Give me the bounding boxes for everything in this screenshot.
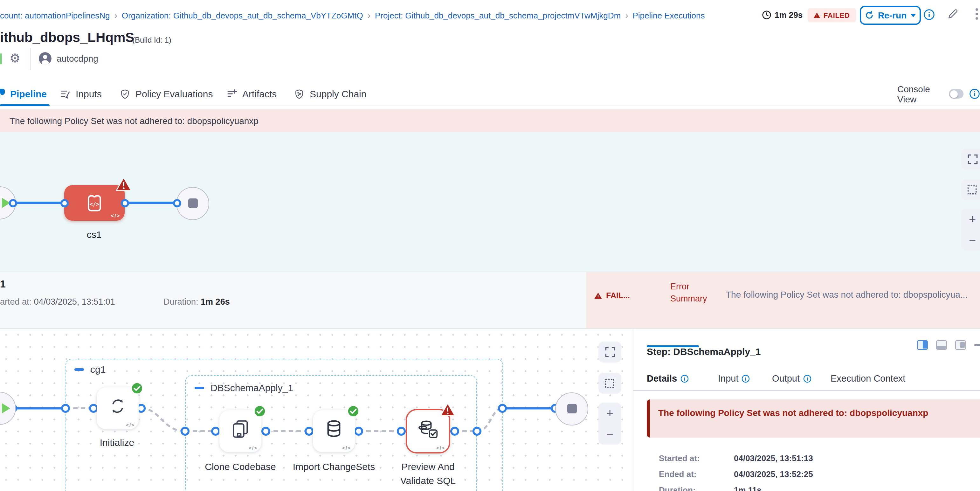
database-check-icon bbox=[417, 418, 439, 442]
fullscreen-button[interactable] bbox=[598, 342, 621, 362]
breadcrumb-organization[interactable]: Organization: Github_db_devops_aut_db_sc… bbox=[122, 11, 363, 20]
execution-tab-bar: Pipeline Inputs Policy Evaluations Artif… bbox=[0, 81, 980, 106]
field-value: 1m 11s bbox=[734, 485, 762, 491]
warning-triangle-icon bbox=[116, 177, 132, 194]
tab-label: Execution Context bbox=[830, 373, 905, 383]
tab-pipeline[interactable]: Pipeline bbox=[0, 81, 47, 106]
edit-pencil-icon[interactable] bbox=[947, 8, 959, 22]
field-value: 04/03/2025, 13:51:13 bbox=[734, 453, 813, 463]
rerun-button[interactable]: Re-run bbox=[860, 6, 921, 25]
clock-icon bbox=[762, 10, 772, 20]
stage-node-label: cs1 bbox=[62, 229, 126, 240]
status-badge-label: FAILED bbox=[824, 11, 850, 19]
code-mark: </> bbox=[436, 445, 445, 451]
tab-label: Policy Evaluations bbox=[135, 88, 213, 99]
tab-execution-context[interactable]: Execution Context bbox=[830, 373, 905, 383]
connector-port bbox=[121, 199, 129, 207]
success-check-icon bbox=[253, 405, 266, 420]
step-error-message: The following Policy Set was not adhered… bbox=[658, 408, 928, 418]
breadcrumb-separator: › bbox=[368, 10, 371, 21]
svg-text:</>: </> bbox=[90, 201, 99, 207]
step-node-import-changesets[interactable]: </> bbox=[313, 410, 355, 452]
field-label: Duration: bbox=[659, 485, 696, 491]
build-id: (Build Id: 1) bbox=[132, 36, 172, 44]
execution-graph-canvas[interactable]: cg1 DBSchemaApply_1 bbox=[0, 329, 633, 491]
layout-floating-panel-icon[interactable] bbox=[955, 340, 966, 350]
breadcrumb-pipeline-executions[interactable]: Pipeline Executions bbox=[633, 11, 705, 20]
started-label: arted at: bbox=[0, 297, 32, 307]
elapsed-value: 1m 29s bbox=[775, 10, 803, 20]
step-panel-title: Step: DBSchemaApply_1 bbox=[647, 346, 760, 357]
kebab-menu-icon[interactable] bbox=[975, 8, 979, 23]
fail-status: FAIL... bbox=[594, 291, 630, 300]
step-panel-tabs: Details Input Output Execution Context bbox=[633, 373, 980, 391]
refresh-icon bbox=[865, 11, 874, 20]
zoom-out-button[interactable]: − bbox=[969, 234, 976, 246]
step-node-initialize[interactable]: </> bbox=[97, 387, 138, 429]
policy-evaluations-icon bbox=[119, 88, 130, 100]
tab-policy-evaluations[interactable]: Policy Evaluations bbox=[119, 81, 213, 106]
step-details-panel: Step: DBSchemaApply_1 Details Input Ou bbox=[633, 329, 980, 491]
duration-value: 1m 26s bbox=[200, 297, 230, 307]
tab-label: Output bbox=[772, 373, 800, 383]
artifacts-icon bbox=[226, 88, 237, 99]
stage-info-bar: 1 arted at: 04/03/2025, 13:51:01 Duratio… bbox=[0, 272, 980, 329]
breadcrumb: count: automationPipelinesNg › Organizat… bbox=[0, 10, 705, 21]
tab-inputs[interactable]: Inputs bbox=[60, 81, 102, 106]
gear-icon[interactable]: ⚙ bbox=[10, 51, 20, 65]
zoom-in-button[interactable]: + bbox=[969, 213, 976, 225]
breadcrumb-separator: › bbox=[114, 10, 117, 21]
fullscreen-button[interactable] bbox=[961, 149, 980, 170]
zoom-out-button[interactable]: − bbox=[606, 428, 613, 440]
page-title: ithub_dbops_LHqmS bbox=[0, 30, 134, 45]
error-summary-message: The following Policy Set was not adhered… bbox=[725, 289, 967, 300]
tab-label: Inputs bbox=[76, 88, 102, 99]
layout-right-split-icon[interactable] bbox=[917, 340, 928, 350]
marquee-select-button[interactable] bbox=[961, 180, 980, 200]
warning-triangle-icon bbox=[440, 403, 455, 419]
tab-supply-chain[interactable]: Supply Chain bbox=[294, 81, 366, 106]
tab-details[interactable]: Details bbox=[647, 373, 689, 383]
connector-port bbox=[173, 199, 181, 207]
toggle-knob bbox=[950, 90, 958, 98]
breadcrumb-project[interactable]: Project: Github_db_devops_aut_db_schema_… bbox=[375, 11, 621, 20]
tab-artifacts[interactable]: Artifacts bbox=[226, 81, 277, 106]
inputs-icon bbox=[60, 88, 71, 99]
info-icon[interactable] bbox=[969, 88, 980, 99]
console-view-toggle[interactable] bbox=[949, 89, 964, 99]
pipeline-icon bbox=[0, 88, 5, 99]
console-view-label: Console View bbox=[897, 84, 943, 104]
breadcrumb-account[interactable]: count: automationPipelinesNg bbox=[0, 11, 110, 20]
tab-output[interactable]: Output bbox=[772, 373, 811, 383]
tab-input[interactable]: Input bbox=[718, 373, 750, 383]
failed-warning-icon bbox=[813, 12, 820, 18]
zoom-controls: + − bbox=[961, 209, 980, 251]
tab-label: Details bbox=[647, 373, 677, 383]
started-value: 04/03/2025, 13:51:01 bbox=[34, 297, 115, 307]
step-node-clone-codebase[interactable]: </> bbox=[220, 410, 261, 452]
minimize-icon[interactable] bbox=[974, 345, 980, 346]
stage-duration: Duration: 1m 26s bbox=[164, 297, 230, 307]
tab-label: Supply Chain bbox=[310, 88, 366, 99]
success-check-icon bbox=[347, 405, 360, 420]
info-icon[interactable] bbox=[923, 9, 935, 23]
sync-icon bbox=[108, 396, 128, 419]
tab-label: Pipeline bbox=[10, 88, 47, 99]
layout-bottom-split-icon[interactable] bbox=[936, 340, 947, 350]
step-error-box: The following Policy Set was not adhered… bbox=[647, 399, 980, 438]
stage-started: arted at: 04/03/2025, 13:51:01 bbox=[0, 297, 115, 307]
fail-status-label: FAIL... bbox=[606, 291, 630, 300]
stop-icon bbox=[188, 199, 198, 208]
clone-codebase-icon bbox=[230, 419, 251, 442]
zoom-in-button[interactable]: + bbox=[606, 407, 613, 419]
stage-graph-canvas[interactable]: </> </> cs1 + − bbox=[0, 132, 980, 272]
info-icon bbox=[742, 374, 750, 383]
status-tag-fragment bbox=[0, 53, 2, 64]
marquee-select-button[interactable] bbox=[598, 373, 621, 394]
meta-row: ⚙ autocdpng bbox=[0, 48, 980, 71]
error-summary-label: Error Summary bbox=[670, 280, 712, 305]
connector-layer bbox=[0, 329, 633, 491]
stage-node-cs1[interactable]: </> </> bbox=[64, 185, 125, 221]
step-node-preview-validate-sql[interactable]: </> bbox=[406, 409, 450, 453]
warning-triangle-icon bbox=[594, 292, 602, 300]
